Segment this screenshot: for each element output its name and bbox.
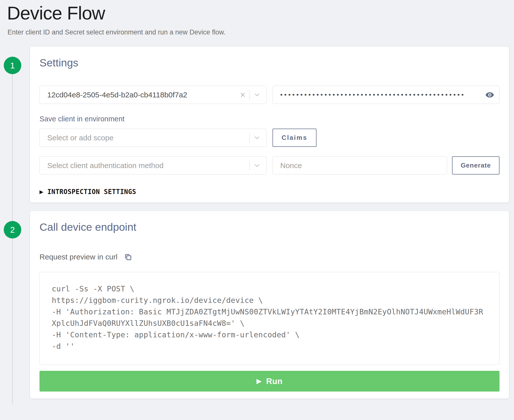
request-preview-row: Request preview in curl [40,252,500,262]
auth-nonce-row: Generate [40,156,500,175]
run-button[interactable]: ▶ Run [40,371,500,392]
introspection-settings-label: INTROSPECTION SETTINGS [47,188,136,196]
run-button-label: Run [266,377,283,386]
client-id-combobox[interactable] [40,86,266,104]
claims-button[interactable]: Claims [272,129,316,147]
code-line: -d '' [52,341,487,352]
step-call-device-endpoint: 2 Call device endpoint Request preview i… [0,211,514,399]
code-line: XplcUhJdFVaQ0RUYXllZUhsUXB0cU1saFN4cW8='… [52,318,487,329]
scope-input[interactable] [47,134,247,142]
client-credentials-row [40,86,500,104]
page-subtitle: Enter client ID and Secret select enviro… [8,28,507,36]
client-id-input[interactable] [47,91,238,99]
chevron-down-icon[interactable] [252,90,262,100]
flow-container: 1 Settings [0,47,514,405]
request-preview-label: Request preview in curl [40,253,118,261]
client-secret-input[interactable] [280,91,495,99]
auth-method-select[interactable] [40,156,266,175]
nonce-field[interactable] [272,156,447,175]
auth-method-input[interactable] [47,161,247,170]
step-settings: 1 Settings [0,47,514,203]
curl-preview-code: curl -Ss -X POST \https://iggbom-curity.… [40,272,500,365]
page-header: Device Flow Enter client ID and Secret s… [0,0,514,36]
chevron-down-icon[interactable] [252,161,262,170]
device-card-title: Call device endpoint [40,220,500,233]
field-divider [250,90,250,100]
device-endpoint-card: Call device endpoint Request preview in … [30,211,509,399]
client-secret-field[interactable] [272,86,500,104]
step-badge-1: 1 [4,57,21,74]
scope-claims-row: Claims [40,129,500,147]
settings-card: Settings [30,47,509,203]
step-badge-2: 2 [4,221,21,238]
generate-button[interactable]: Generate [452,156,500,175]
code-line: -H 'Authorization: Basic MTJjZDA0ZTgtMjU… [52,306,487,318]
code-line: curl -Ss -X POST \ [52,283,487,295]
introspection-settings-toggle[interactable]: ▶ INTROSPECTION SETTINGS [40,188,136,196]
field-divider [250,161,250,171]
introspection-arrow-icon: ▶ [40,189,43,194]
code-line: -H 'Content-Type: application/x-www-form… [52,329,487,341]
code-line: https://iggbom-curity.ngrok.io/device/de… [52,295,487,306]
eye-icon[interactable] [484,89,495,100]
chevron-down-icon[interactable] [252,133,262,143]
save-client-link[interactable]: Save client in environment [40,115,124,123]
scope-select[interactable] [40,129,266,147]
nonce-input[interactable] [280,161,442,170]
field-divider [250,133,250,143]
page-title: Device Flow [7,2,507,24]
settings-card-title: Settings [40,56,500,69]
play-icon: ▶ [256,378,262,385]
copy-icon[interactable] [123,252,133,262]
clear-icon[interactable] [238,91,247,99]
